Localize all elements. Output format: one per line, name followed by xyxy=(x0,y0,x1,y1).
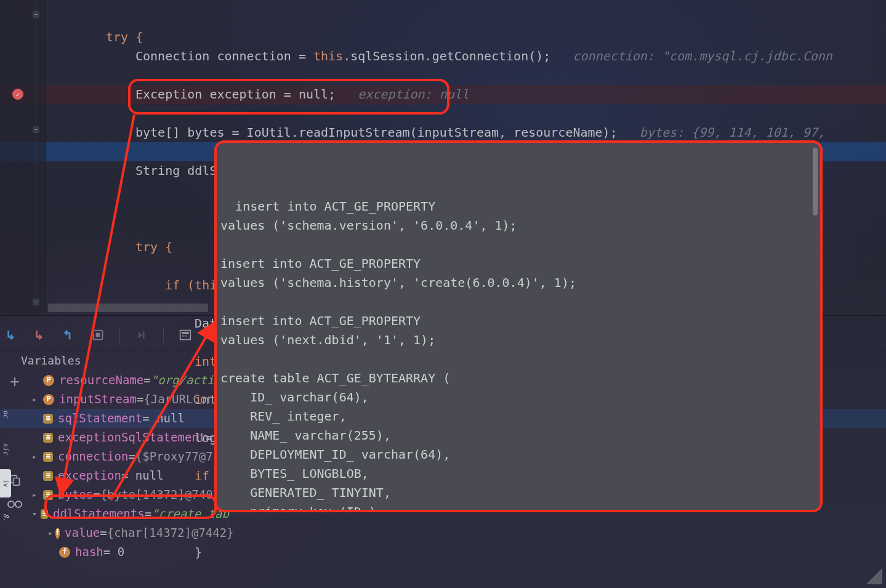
variables-tree[interactable]: P resourceName = "org/activ ▸ P inputStr… xyxy=(32,371,229,562)
svg-rect-3 xyxy=(180,331,191,340)
expand-icon[interactable]: ▸ xyxy=(32,485,41,504)
step-into-icon[interactable] xyxy=(34,328,48,342)
collapse-icon[interactable]: ▾ xyxy=(32,504,38,523)
code-text: int xyxy=(195,354,217,369)
svg-rect-4 xyxy=(182,332,189,334)
variable-row[interactable]: ≡ sqlStatement = null xyxy=(32,409,229,428)
param-icon: P xyxy=(43,375,54,386)
add-watch-icon[interactable]: + xyxy=(7,373,23,389)
edge-tab[interactable]: sic xyxy=(0,435,11,463)
var-value: "org/activ xyxy=(151,371,221,390)
var-name: inputStream xyxy=(59,390,137,409)
keyword: try { xyxy=(135,240,172,254)
editor-gutter: − − − xyxy=(0,0,46,314)
edge-tab[interactable]: iv xyxy=(0,469,11,497)
variables-panel-title: Variables xyxy=(21,354,81,367)
fold-guide xyxy=(36,0,36,308)
var-name: connection xyxy=(58,447,128,466)
evaluate-expression-icon[interactable] xyxy=(179,328,192,342)
variable-row[interactable]: ▸ ≡ connection = {$Proxy77@7 xyxy=(32,447,229,466)
var-value: {JarURLConn xyxy=(143,390,221,409)
local-icon: ≡ xyxy=(43,471,53,481)
var-name: exception xyxy=(58,466,121,485)
annotation-box xyxy=(214,140,823,512)
code-text: Connection connection = xyxy=(135,49,313,63)
keyword: try { xyxy=(106,30,143,44)
fold-toggle[interactable]: − xyxy=(33,126,39,133)
var-name: hash xyxy=(75,542,103,562)
var-value: = null xyxy=(121,466,164,485)
local-icon: ≡ xyxy=(43,452,53,462)
expand-icon[interactable]: ▸ xyxy=(48,523,53,542)
fold-toggle[interactable]: − xyxy=(33,299,39,305)
code-text: byte[] bytes = IoUtil.readInputStream(in… xyxy=(135,125,618,140)
toolbar-separator xyxy=(119,327,120,343)
breakpoint-icon[interactable] xyxy=(12,89,23,100)
expand-icon[interactable]: ▸ xyxy=(32,390,41,409)
editor-horizontal-scrollbar[interactable] xyxy=(48,304,208,312)
inline-hint: bytes: {99, 114, 101, 97, xyxy=(640,125,825,140)
edge-tab[interactable]: oc xyxy=(0,400,11,429)
svg-rect-6 xyxy=(185,336,187,337)
svg-rect-8 xyxy=(14,478,20,486)
variable-row[interactable]: ▸ P inputStream = {JarURLConn xyxy=(32,390,229,409)
variable-row[interactable]: ≡ exceptionSqlStatement = n xyxy=(32,428,229,447)
code-text: .sqlSession.getConnection(); xyxy=(343,49,550,63)
var-name: resourceName xyxy=(59,371,143,390)
variable-row[interactable]: ≡ exception = null xyxy=(32,466,229,485)
svg-rect-5 xyxy=(182,336,183,337)
inline-hint: connection: "com.mysql.cj.jdbc.Conn xyxy=(573,49,832,63)
var-value: = null xyxy=(142,409,185,428)
var-value: {char[14372]@7442} xyxy=(107,523,234,542)
step-out-icon[interactable] xyxy=(63,328,76,342)
field-icon: f xyxy=(59,547,70,558)
local-icon: ≡ xyxy=(43,414,53,424)
edge-tab[interactable]: 8. xyxy=(0,504,11,532)
variable-row[interactable]: P resourceName = "org/activ xyxy=(32,371,229,390)
local-icon: ≡ xyxy=(43,433,53,443)
svg-point-10 xyxy=(15,501,22,507)
keyword: if ( xyxy=(165,278,195,292)
toolbar-separator xyxy=(163,327,164,343)
var-name: exceptionSqlStatement xyxy=(58,428,206,447)
reset-frame-icon[interactable] xyxy=(135,328,148,342)
var-name: value xyxy=(65,523,100,542)
var-value: = 0 xyxy=(103,542,124,562)
annotation-box xyxy=(128,79,449,115)
expand-icon[interactable]: ▸ xyxy=(32,447,41,466)
tool-window-edge-tabs: oc sic iv 8. xyxy=(0,394,11,554)
variable-row[interactable]: f hash = 0 xyxy=(32,542,229,562)
param-icon: P xyxy=(43,394,54,405)
field-icon: f xyxy=(55,528,60,539)
run-to-cursor-icon[interactable] xyxy=(91,328,105,342)
fold-toggle[interactable]: − xyxy=(33,11,39,18)
svg-rect-1 xyxy=(96,333,100,337)
annotation-box xyxy=(44,494,217,519)
svg-rect-2 xyxy=(143,331,145,339)
var-value: {$Proxy77@7 xyxy=(135,447,213,466)
variable-row[interactable]: ▸ f value = {char[14372]@7442} xyxy=(32,523,229,542)
step-over-icon[interactable] xyxy=(6,328,20,342)
page-corner-fold xyxy=(866,568,882,584)
var-name: sqlStatement xyxy=(58,409,142,428)
